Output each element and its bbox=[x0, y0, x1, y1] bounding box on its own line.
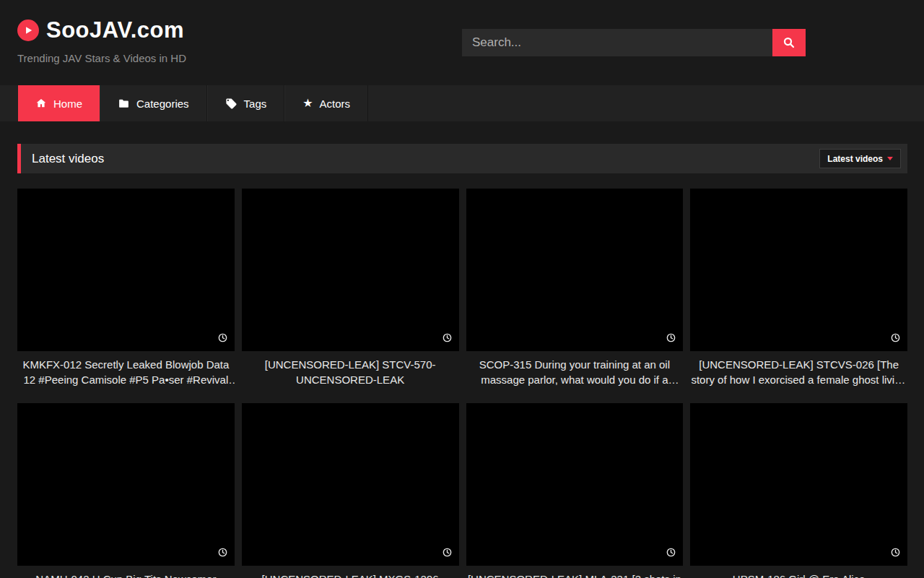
video-card: KMKFX-012 Secretly Leaked Blowjob Data 1… bbox=[17, 189, 235, 387]
video-thumbnail[interactable] bbox=[690, 403, 907, 566]
clock-icon bbox=[218, 547, 227, 560]
video-title[interactable]: HPSM-186 Girl @ Era Alice bbox=[690, 571, 907, 578]
video-thumbnail[interactable] bbox=[466, 403, 684, 566]
video-title[interactable]: [UNCENSORED-LEAK] MXGS-1296 Absolutely bbox=[242, 571, 459, 578]
video-card: HPSM-186 Girl @ Era Alice bbox=[690, 403, 907, 578]
logo-block: SooJAV.com Trending JAV Stars & Videos i… bbox=[17, 17, 186, 64]
tag-icon bbox=[225, 98, 237, 110]
section-header: Latest videos Latest videos bbox=[17, 144, 907, 173]
main-nav: Home Categories Tags ★ Actors bbox=[0, 85, 924, 121]
video-title[interactable]: NAMH-042 H Cup Big Tits Newcomer (170cm … bbox=[17, 571, 235, 578]
search-box bbox=[462, 29, 806, 56]
video-card: [UNCENSORED-LEAK] STCVS-026 [The story o… bbox=[690, 189, 907, 387]
folder-icon bbox=[118, 98, 130, 110]
nav-item-actors[interactable]: ★ Actors bbox=[284, 85, 368, 121]
nav-item-categories[interactable]: Categories bbox=[100, 85, 207, 121]
clock-icon bbox=[218, 332, 227, 345]
video-card: [UNCENSORED-LEAK] MXGS-1296 Absolutely bbox=[242, 403, 459, 578]
video-thumbnail[interactable] bbox=[17, 189, 235, 351]
clock-icon bbox=[443, 332, 452, 345]
video-grid: KMKFX-012 Secretly Leaked Blowjob Data 1… bbox=[17, 189, 907, 578]
clock-icon bbox=[891, 332, 900, 345]
magnifier-icon bbox=[783, 36, 796, 49]
sort-dropdown-button[interactable]: Latest videos bbox=[819, 149, 901, 168]
video-title[interactable]: [UNCENSORED-LEAK] MLA-231 [3 shots in bbox=[466, 571, 684, 578]
site-title: SooJAV.com bbox=[46, 17, 184, 43]
caret-down-icon bbox=[887, 157, 893, 160]
clock-icon bbox=[443, 547, 452, 560]
video-title[interactable]: [UNCENSORED-LEAK] STCV-570-UNCENSORED-LE… bbox=[242, 357, 459, 387]
search-input[interactable] bbox=[462, 29, 772, 56]
nav-item-tags[interactable]: Tags bbox=[207, 85, 285, 121]
video-card: SCOP-315 During your training at an oil … bbox=[466, 189, 684, 387]
video-thumbnail[interactable] bbox=[242, 189, 459, 351]
nav-item-label: Home bbox=[53, 98, 82, 110]
nav-item-label: Actors bbox=[320, 98, 351, 110]
nav-item-label: Categories bbox=[136, 98, 189, 110]
clock-icon bbox=[666, 547, 676, 560]
clock-icon bbox=[891, 547, 900, 560]
nav-item-home[interactable]: Home bbox=[18, 85, 100, 121]
star-icon: ★ bbox=[302, 98, 313, 109]
home-icon bbox=[35, 98, 47, 109]
video-title[interactable]: [UNCENSORED-LEAK] STCVS-026 [The story o… bbox=[690, 357, 907, 387]
nav-item-label: Tags bbox=[244, 98, 267, 110]
video-thumbnail[interactable] bbox=[17, 403, 235, 566]
video-title[interactable]: SCOP-315 During your training at an oil … bbox=[466, 357, 684, 387]
search-button[interactable] bbox=[772, 29, 806, 56]
video-card: NAMH-042 H Cup Big Tits Newcomer (170cm … bbox=[17, 403, 235, 578]
video-title[interactable]: KMKFX-012 Secretly Leaked Blowjob Data 1… bbox=[17, 357, 235, 387]
video-card: [UNCENSORED-LEAK] STCV-570-UNCENSORED-LE… bbox=[242, 189, 459, 387]
play-circle-icon bbox=[17, 20, 39, 41]
site-tagline: Trending JAV Stars & Videos in HD bbox=[17, 52, 186, 64]
sort-dropdown-label: Latest videos bbox=[827, 154, 883, 164]
clock-icon bbox=[666, 332, 676, 345]
video-thumbnail[interactable] bbox=[466, 189, 684, 351]
site-logo[interactable]: SooJAV.com bbox=[17, 17, 186, 43]
video-thumbnail[interactable] bbox=[690, 189, 907, 351]
site-header: SooJAV.com Trending JAV Stars & Videos i… bbox=[0, 0, 924, 85]
video-card: [UNCENSORED-LEAK] MLA-231 [3 shots in bbox=[466, 403, 684, 578]
section-title: Latest videos bbox=[21, 152, 104, 166]
video-thumbnail[interactable] bbox=[242, 403, 459, 566]
